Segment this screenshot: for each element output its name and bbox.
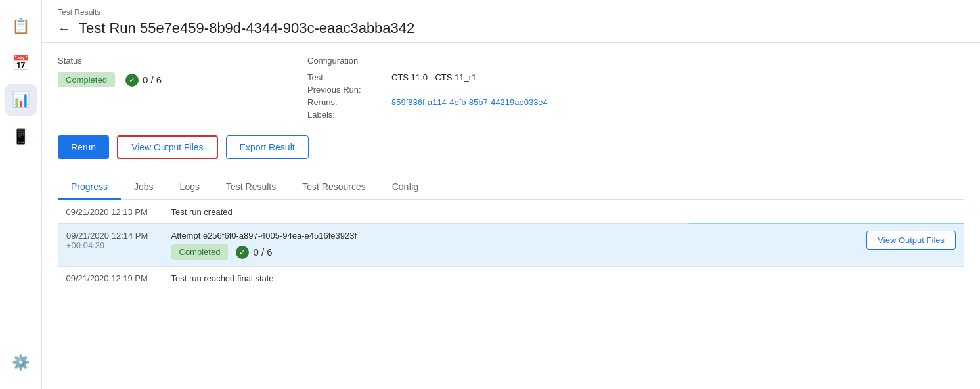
sidebar-item-calendar[interactable]: 📅 [5, 47, 37, 79]
settings-icon: ⚙️ [12, 354, 30, 371]
progress-table: 09/21/2020 12:13 PM Test run created 09/… [58, 200, 964, 290]
sidebar-item-analytics[interactable]: 📊 [5, 84, 37, 116]
sidebar-item-settings[interactable]: ⚙️ [5, 347, 37, 378]
final-message-cell: Test run reached final state [164, 267, 690, 290]
config-grid: Test: CTS 11.0 - CTS 11_r1 Previous Run:… [307, 72, 964, 120]
device-icon: 📱 [12, 128, 30, 145]
tabs-bar: Progress Jobs Logs Test Results Test Res… [58, 175, 964, 200]
tab-progress[interactable]: Progress [58, 175, 121, 200]
header: Test Results ← Test Run 55e7e459-8b9d-43… [42, 0, 980, 43]
page-title: Test Run 55e7e459-8b9d-4344-903c-eaac3ab… [79, 20, 414, 37]
attempt-status-badge: Completed [171, 244, 229, 260]
clipboard-icon: 📋 [12, 18, 30, 35]
config-test-value: CTS 11.0 - CTS 11_r1 [391, 72, 964, 82]
config-labels-label: Labels: [307, 110, 386, 120]
attempt-view-output-files-button[interactable]: View Output Files [866, 231, 956, 250]
chart-icon: 📊 [12, 91, 30, 108]
table-row: 09/21/2020 12:19 PM Test run reached fin… [58, 267, 964, 290]
breadcrumb: Test Results [58, 8, 964, 17]
attempt-pass-count: ✓ 0 / 6 [236, 246, 272, 259]
config-test-label: Test: [307, 72, 386, 82]
check-circle-icon: ✓ [125, 74, 139, 87]
config-reruns-link[interactable]: 859f836f-a114-4efb-85b7-44219ae033e4 [391, 97, 964, 107]
view-output-files-button[interactable]: View Output Files [117, 135, 217, 159]
config-section: Configuration Test: CTS 11.0 - CTS 11_r1… [307, 56, 964, 120]
status-badge: Completed [58, 72, 115, 87]
tab-jobs[interactable]: Jobs [121, 175, 167, 200]
tab-test-resources[interactable]: Test Resources [289, 175, 378, 200]
final-timestamp-cell: 09/21/2020 12:19 PM [58, 267, 164, 290]
export-result-button[interactable]: Export Result [226, 135, 309, 159]
attempt-title: Attempt e256f6f0-a897-4005-94ea-e4516fe3… [171, 231, 682, 240]
attempt-detail-cell: Attempt e256f6f0-a897-4005-94ea-e4516fe3… [164, 224, 690, 267]
back-button[interactable]: ← [58, 21, 71, 36]
status-row: Completed ✓ 0 / 6 [58, 72, 268, 87]
page-title-row: ← Test Run 55e7e459-8b9d-4344-903c-eaac3… [58, 20, 964, 37]
tab-config[interactable]: Config [379, 175, 432, 200]
status-label: Status [58, 56, 268, 66]
attempt-check-circle-icon: ✓ [236, 246, 249, 259]
pass-count-value: 0 / 6 [143, 74, 162, 85]
config-previous-run-value [391, 85, 964, 95]
main-content: Test Results ← Test Run 55e7e459-8b9d-43… [42, 0, 980, 389]
status-section: Status Completed ✓ 0 / 6 [58, 56, 268, 120]
calendar-icon: 📅 [12, 55, 30, 72]
sidebar-item-clipboard[interactable]: 📋 [5, 11, 37, 42]
content-area: Status Completed ✓ 0 / 6 Configuration T… [42, 43, 980, 389]
attempt-badges: Completed ✓ 0 / 6 [171, 244, 682, 260]
message-cell: Test run created [164, 200, 690, 224]
table-row-attempt: 09/21/2020 12:14 PM +00:04:39 Attempt e2… [58, 224, 964, 267]
tab-logs[interactable]: Logs [167, 175, 213, 200]
config-reruns-label: Reruns: [307, 97, 386, 107]
attempt-pass-count-value: 0 / 6 [253, 246, 272, 258]
rerun-button[interactable]: Rerun [58, 135, 109, 159]
config-previous-run-label: Previous Run: [307, 85, 386, 95]
config-label: Configuration [307, 56, 964, 66]
action-buttons: Rerun View Output Files Export Result [58, 135, 964, 159]
sidebar: 📋 📅 📊 📱 ⚙️ [0, 0, 42, 389]
sidebar-item-device[interactable]: 📱 [5, 121, 37, 152]
info-section: Status Completed ✓ 0 / 6 Configuration T… [58, 56, 964, 120]
pass-count: ✓ 0 / 6 [125, 74, 162, 87]
config-labels-value [391, 110, 964, 120]
tab-test-results[interactable]: Test Results [213, 175, 289, 200]
attempt-action-cell: View Output Files [689, 224, 964, 267]
table-row: 09/21/2020 12:13 PM Test run created [58, 200, 964, 224]
attempt-timestamp-cell: 09/21/2020 12:14 PM +00:04:39 [58, 224, 164, 267]
timestamp-cell: 09/21/2020 12:13 PM [58, 200, 164, 224]
